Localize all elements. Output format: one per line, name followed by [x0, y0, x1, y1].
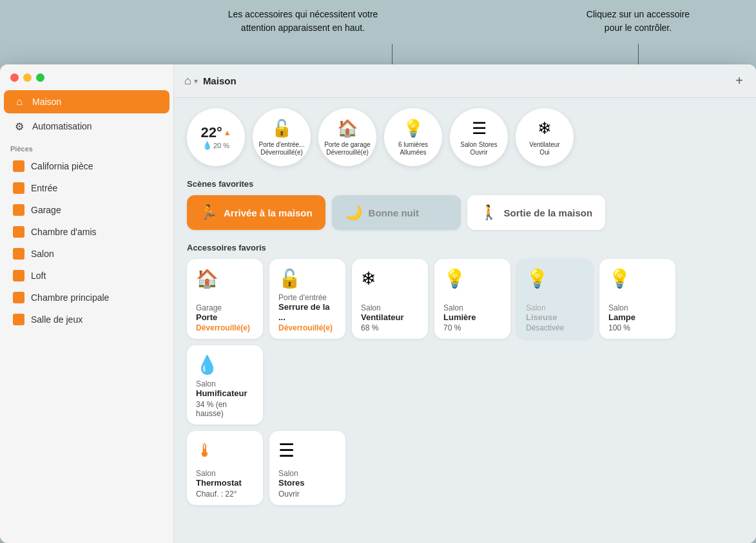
main-content: ⌂ ▾ Maison + 22° ▲ 💧 20 %	[174, 64, 756, 543]
acc-garage-porte[interactable]: 🏠 Garage Porte Déverrouillé(e)	[187, 259, 263, 339]
top-acc-lumieres[interactable]: 💡 6 lumièresAllumées	[384, 108, 442, 166]
toolbar: ⌂ ▾ Maison +	[174, 64, 756, 98]
acc-thermostat-status: Chauf. : 22°	[196, 490, 254, 499]
sidebar-item-automatisation[interactable]: ⚙ Automatisation	[4, 115, 170, 138]
room-icon-entree	[13, 182, 24, 194]
lock-icon: 🔓	[278, 268, 336, 289]
toolbar-home-icon[interactable]: ⌂	[184, 74, 191, 88]
acc-stores[interactable]: ☰ Salon Stores Ouvrir	[269, 431, 345, 505]
traffic-green[interactable]	[36, 73, 44, 82]
room-label-california: California pièce	[31, 161, 93, 171]
garage-icon: 🏠	[337, 119, 358, 138]
sidebar-item-salon[interactable]: Salon	[4, 243, 170, 264]
acc-lumiere-name: Lumière	[443, 312, 501, 323]
scenes-section-title: Scènes favorites	[187, 179, 743, 189]
fan2-icon: ❄	[361, 268, 419, 289]
acc-lumiere[interactable]: 💡 Salon Lumière 70 %	[434, 259, 510, 339]
acc-lampe-status: 100 %	[608, 323, 666, 332]
acc-lampe[interactable]: 💡 Salon Lampe 100 %	[599, 259, 675, 339]
sidebar-section-pieces: Pièces	[0, 138, 173, 155]
sidebar-item-automatisation-label: Automatisation	[32, 121, 92, 131]
acc-liseuse-status: Désactivée	[526, 323, 584, 332]
traffic-red[interactable]	[10, 73, 19, 82]
toolbar-chevron-icon[interactable]: ▾	[194, 77, 198, 86]
scene-bonne-nuit[interactable]: 🌙 Bonne nuit	[332, 195, 461, 230]
accessories-grid: 🏠 Garage Porte Déverrouillé(e) 🔓 Porte d…	[187, 259, 743, 424]
sidebar-item-loft[interactable]: Loft	[4, 265, 170, 286]
acc-serrure-name: Serrure de la ...	[278, 302, 336, 322]
sidebar-item-maison[interactable]: ⌂ Maison	[4, 90, 170, 113]
acc-ventilateur-room: Salon	[361, 303, 419, 312]
room-icon-garage	[13, 204, 24, 216]
toolbar-title: Maison	[203, 75, 733, 86]
top-acc-porte-entree[interactable]: 🔓 Porte d'entrée...Déverrouillé(e)	[253, 108, 311, 166]
thermostat-card[interactable]: 22° ▲ 💧 20 %	[187, 108, 245, 166]
top-acc-ventilateur-name: VentilateurOui	[529, 141, 559, 157]
acc-humificateur[interactable]: 💧 Salon Humificateur 34 % (en hausse)	[187, 345, 263, 424]
acc-thermostat-name: Thermostat	[196, 478, 254, 488]
callout-line-2	[638, 44, 639, 66]
acc-ventilateur[interactable]: ❄ Salon Ventilateur 68 %	[352, 259, 428, 339]
blinds-icon: ☰	[472, 119, 487, 138]
sidebar-item-chambre-principale[interactable]: Chambre principale	[4, 287, 170, 308]
acc-liseuse-room: Salon	[526, 303, 584, 312]
stores-icon: ☰	[278, 440, 336, 461]
thermostat-arrow-icon: ▲	[224, 128, 231, 137]
scene-bonne-nuit-icon: 🌙	[345, 204, 362, 221]
top-acc-porte-garage-name: Porte de garageDéverrouillé(e)	[324, 141, 371, 157]
acc-lampe-room: Salon	[608, 303, 666, 312]
top-acc-porte-entree-name: Porte d'entrée...Déverrouillé(e)	[259, 141, 305, 157]
scene-arrivee[interactable]: 🏃 Arrivée à la maison	[187, 195, 325, 230]
sidebar-item-entree[interactable]: Entrée	[4, 178, 170, 198]
sidebar-item-maison-label: Maison	[32, 97, 61, 107]
callout-controler: Cliquez sur un accessoirepour le contrôl…	[554, 8, 722, 35]
room-label-garage: Garage	[31, 205, 61, 215]
acc-thermostat-room: Salon	[196, 469, 254, 478]
sidebar-item-chambre-amis[interactable]: Chambre d'amis	[4, 222, 170, 242]
acc-humificateur-status: 34 % (en hausse)	[196, 400, 254, 418]
sidebar: ⌂ Maison ⚙ Automatisation Pièces Califor…	[0, 64, 174, 543]
acc-lumiere-status: 70 %	[443, 323, 501, 332]
sidebar-item-garage[interactable]: Garage	[4, 200, 170, 220]
sidebar-item-california[interactable]: California pièce	[4, 156, 170, 176]
acc-liseuse[interactable]: 💡 Salon Liseuse Désactivée	[517, 259, 593, 339]
accessories-grid-row2: 🌡 Salon Thermostat Chauf. : 22° ☰ Salon …	[187, 431, 743, 505]
acc-garage-porte-status: Déverrouillé(e)	[196, 323, 254, 332]
acc-stores-status: Ouvrir	[278, 490, 336, 499]
top-acc-porte-garage[interactable]: 🏠 Porte de garageDéverrouillé(e)	[318, 108, 376, 166]
add-button[interactable]: +	[733, 73, 746, 88]
room-label-salon: Salon	[31, 249, 54, 259]
humidifier-icon: 💧	[196, 354, 254, 376]
room-label-chambre-principale: Chambre principale	[31, 292, 109, 303]
acc-thermostat[interactable]: 🌡 Salon Thermostat Chauf. : 22°	[187, 431, 263, 505]
reading-lamp-icon: 💡	[526, 268, 584, 289]
room-label-salle-jeux: Salle de jeux	[31, 314, 82, 325]
room-icon-salon	[13, 248, 24, 260]
scene-bonne-nuit-label: Bonne nuit	[369, 207, 419, 218]
acc-ventilateur-status: 68 %	[361, 323, 419, 332]
acc-serrure[interactable]: 🔓 Porte d'entrée Serrure de la ... Déver…	[269, 259, 345, 339]
top-acc-ventilateur[interactable]: ❄ VentilateurOui	[516, 108, 574, 166]
traffic-yellow[interactable]	[23, 73, 32, 82]
garage-door-icon: 🏠	[196, 268, 254, 289]
scene-sortie[interactable]: 🚶 Sortie de la maison	[467, 195, 606, 230]
bulb-icon: 💡	[403, 119, 423, 138]
top-acc-stores[interactable]: ☰ Salon StoresOuvrir	[450, 108, 508, 166]
acc-serrure-room: Porte d'entrée	[278, 293, 336, 302]
thermostat-temp: 22°	[200, 124, 222, 141]
traffic-lights	[0, 64, 173, 90]
scene-arrivee-icon: 🏃	[200, 204, 217, 221]
acc-serrure-status: Déverrouillé(e)	[278, 323, 336, 332]
room-icon-salle-jeux	[13, 314, 24, 325]
acc-liseuse-name: Liseuse	[526, 312, 584, 323]
acc-lampe-name: Lampe	[608, 312, 666, 323]
room-icon-chambre-amis	[13, 226, 24, 238]
acc-garage-porte-room: Garage	[196, 303, 254, 312]
home-icon: ⌂	[13, 95, 26, 108]
acc-garage-porte-name: Porte	[196, 312, 254, 323]
fan-icon: ❄	[538, 119, 552, 138]
room-label-loft: Loft	[31, 271, 46, 281]
room-icon-chambre-principale	[13, 292, 24, 303]
acc-humificateur-room: Salon	[196, 379, 254, 388]
sidebar-item-salle-jeux[interactable]: Salle de jeux	[4, 309, 170, 330]
